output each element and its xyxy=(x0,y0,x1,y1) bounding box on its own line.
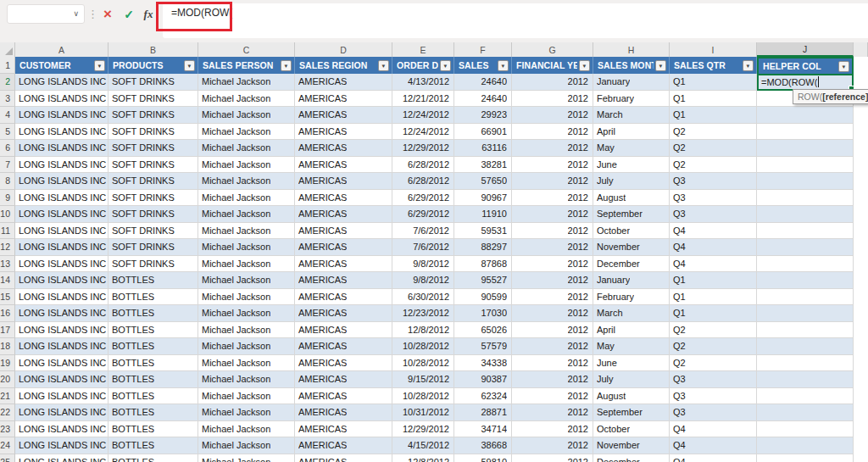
cell-A19[interactable]: LONG ISLANDS INC xyxy=(15,355,108,372)
cell-F9[interactable]: 90967 xyxy=(454,190,512,207)
cell-B14[interactable]: BOTTLES xyxy=(108,272,198,289)
cell-C4[interactable]: Michael Jackson xyxy=(198,107,295,124)
cell-C13[interactable]: Michael Jackson xyxy=(198,256,295,273)
cell-F10[interactable]: 11910 xyxy=(454,206,512,223)
cell-B7[interactable]: SOFT DRINKS xyxy=(108,157,198,174)
cell-A8[interactable]: LONG ISLANDS INC xyxy=(15,173,108,190)
cell-G21[interactable]: 2012 xyxy=(512,388,593,405)
cell-J16[interactable] xyxy=(757,305,854,322)
cell-B12[interactable]: SOFT DRINKS xyxy=(108,239,198,256)
cell-J9[interactable] xyxy=(757,190,854,207)
cell-F12[interactable]: 88297 xyxy=(454,239,512,256)
cell-A18[interactable]: LONG ISLANDS INC xyxy=(15,338,108,355)
cell-A17[interactable]: LONG ISLANDS INC xyxy=(15,322,108,339)
cell-H15[interactable]: February xyxy=(593,289,670,306)
cell-H12[interactable]: November xyxy=(593,239,670,256)
cell-B19[interactable]: BOTTLES xyxy=(108,355,198,372)
cell-J5[interactable] xyxy=(757,124,854,141)
column-letter-H[interactable]: H xyxy=(593,42,670,57)
cell-G8[interactable]: 2012 xyxy=(512,173,593,190)
cell-G2[interactable]: 2012 xyxy=(512,74,593,91)
cell-G10[interactable]: 2012 xyxy=(512,206,593,223)
cell-outside-table[interactable] xyxy=(854,57,868,74)
header-cell-B[interactable]: PRODUCTS▼ xyxy=(108,57,198,74)
cell-G15[interactable]: 2012 xyxy=(512,289,593,306)
row-number-21[interactable]: 21 xyxy=(0,388,15,405)
cell-E11[interactable]: 7/6/2012 xyxy=(392,223,454,240)
row-number-17[interactable]: 17 xyxy=(0,322,15,339)
cell-J13[interactable] xyxy=(757,256,854,273)
cell-outside-table[interactable] xyxy=(854,74,868,91)
cell-C7[interactable]: Michael Jackson xyxy=(198,157,295,174)
cell-B23[interactable]: BOTTLES xyxy=(108,421,198,438)
header-cell-F[interactable]: SALES▼ xyxy=(454,57,512,74)
cell-F2[interactable]: 24640 xyxy=(454,74,512,91)
cell-J10[interactable] xyxy=(757,206,854,223)
row-number-24[interactable]: 24 xyxy=(0,437,15,454)
row-number-19[interactable]: 19 xyxy=(0,355,15,372)
cell-B22[interactable]: BOTTLES xyxy=(108,404,198,421)
cell-E19[interactable]: 10/28/2012 xyxy=(392,355,454,372)
header-cell-C[interactable]: SALES PERSON▼ xyxy=(198,57,295,74)
column-letter-G[interactable]: G xyxy=(512,42,593,57)
cell-C11[interactable]: Michael Jackson xyxy=(198,223,295,240)
cell-I11[interactable]: Q4 xyxy=(670,223,757,240)
cell-D4[interactable]: AMERICAS xyxy=(295,107,392,124)
cell-J20[interactable] xyxy=(757,371,854,388)
cell-I15[interactable]: Q1 xyxy=(670,289,757,306)
cell-G5[interactable]: 2012 xyxy=(512,124,593,141)
row-number-5[interactable]: 5 xyxy=(0,124,15,141)
cell-C17[interactable]: Michael Jackson xyxy=(198,322,295,339)
cell-outside-table[interactable] xyxy=(854,289,868,306)
cell-B25[interactable]: BOTTLES xyxy=(108,454,198,462)
cell-D7[interactable]: AMERICAS xyxy=(295,157,392,174)
cell-I6[interactable]: Q2 xyxy=(670,140,757,157)
cell-outside-table[interactable] xyxy=(854,173,868,190)
cell-E4[interactable]: 12/24/2012 xyxy=(392,107,454,124)
row-number-4[interactable]: 4 xyxy=(0,107,15,124)
cell-D14[interactable]: AMERICAS xyxy=(295,272,392,289)
cell-F25[interactable]: 59810 xyxy=(454,454,512,462)
cell-D8[interactable]: AMERICAS xyxy=(295,173,392,190)
cell-C8[interactable]: Michael Jackson xyxy=(198,173,295,190)
cell-A21[interactable]: LONG ISLANDS INC xyxy=(15,388,108,405)
cell-D21[interactable]: AMERICAS xyxy=(295,388,392,405)
cell-I3[interactable]: Q1 xyxy=(670,91,757,108)
cell-E13[interactable]: 9/8/2012 xyxy=(392,256,454,273)
cell-B10[interactable]: SOFT DRINKS xyxy=(108,206,198,223)
cell-G13[interactable]: 2012 xyxy=(512,256,593,273)
cell-I21[interactable]: Q3 xyxy=(670,388,757,405)
cell-B24[interactable]: BOTTLES xyxy=(108,437,198,454)
formula-bar[interactable]: =MOD(ROW( xyxy=(163,3,868,38)
cell-F19[interactable]: 34338 xyxy=(454,355,512,372)
cell-D23[interactable]: AMERICAS xyxy=(295,421,392,438)
cell-G18[interactable]: 2012 xyxy=(512,338,593,355)
column-letter-D[interactable]: D xyxy=(295,42,392,57)
cell-F4[interactable]: 29923 xyxy=(454,107,512,124)
row-number-7[interactable]: 7 xyxy=(0,157,15,174)
cell-A20[interactable]: LONG ISLANDS INC xyxy=(15,371,108,388)
cell-B18[interactable]: BOTTLES xyxy=(108,338,198,355)
cell-E5[interactable]: 12/24/2012 xyxy=(392,124,454,141)
cell-F24[interactable]: 38668 xyxy=(454,437,512,454)
row-number-13[interactable]: 13 xyxy=(0,256,15,273)
insert-function-button[interactable]: fx xyxy=(139,5,158,24)
cell-B11[interactable]: SOFT DRINKS xyxy=(108,223,198,240)
cell-B9[interactable]: SOFT DRINKS xyxy=(108,190,198,207)
filter-button[interactable]: ▼ xyxy=(281,60,292,71)
filter-button[interactable]: ▼ xyxy=(378,60,389,71)
cell-D24[interactable]: AMERICAS xyxy=(295,437,392,454)
filter-button[interactable]: ▼ xyxy=(579,60,590,71)
cell-A9[interactable]: LONG ISLANDS INC xyxy=(15,190,108,207)
cell-H21[interactable]: August xyxy=(593,388,670,405)
cell-outside-table[interactable] xyxy=(854,454,868,462)
cell-F22[interactable]: 28871 xyxy=(454,404,512,421)
cell-F14[interactable]: 95527 xyxy=(454,272,512,289)
cell-A5[interactable]: LONG ISLANDS INC xyxy=(15,124,108,141)
cell-outside-table[interactable] xyxy=(854,223,868,240)
cell-B20[interactable]: BOTTLES xyxy=(108,371,198,388)
header-cell-I[interactable]: SALES QTR▼ xyxy=(670,57,757,74)
cell-outside-table[interactable] xyxy=(854,355,868,372)
cell-A14[interactable]: LONG ISLANDS INC xyxy=(15,272,108,289)
cell-H9[interactable]: August xyxy=(593,190,670,207)
